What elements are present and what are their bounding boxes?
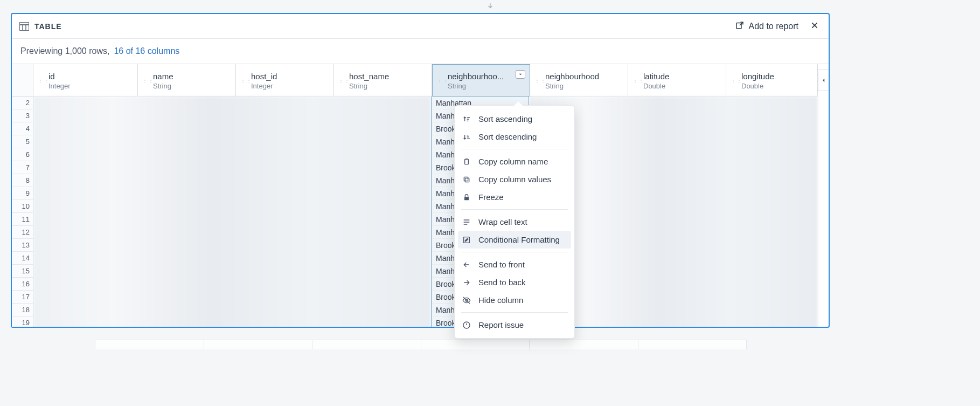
drag-handle-icon[interactable]: ⋮⋮ [731, 79, 742, 81]
row-number[interactable]: 6 [12, 148, 33, 161]
row-number[interactable]: 5 [12, 135, 33, 148]
row-number-header [12, 64, 33, 97]
row-number[interactable]: 19 [12, 316, 33, 327]
drag-handle-icon[interactable]: ⋮⋮ [142, 79, 154, 81]
column-header-id[interactable]: ⋮⋮idInteger [33, 64, 138, 97]
row-number[interactable]: 15 [12, 265, 33, 278]
drag-handle-icon[interactable]: ⋮⋮ [534, 79, 546, 81]
column-header-neighbourhood[interactable]: ⋮⋮neighbourhoodString [530, 64, 628, 97]
row-number[interactable]: 12 [12, 226, 33, 239]
svg-rect-9 [464, 197, 469, 200]
preview-bar: Previewing 1,000 rows, 16 of 16 columns [12, 39, 829, 64]
arrow-left-icon [462, 260, 472, 269]
row-number[interactable]: 2 [12, 97, 33, 109]
eye-off-icon [462, 296, 472, 305]
column-type: String [448, 82, 525, 90]
collapse-arrow-down-icon[interactable] [486, 2, 494, 11]
lock-icon [462, 193, 472, 202]
close-button[interactable] [808, 20, 821, 32]
copy-icon [462, 175, 472, 184]
menu-copy-column-name[interactable]: Copy column name [455, 153, 574, 170]
menu-separator [461, 149, 568, 149]
menu-label: Sort descending [478, 132, 537, 141]
column-header-latitude[interactable]: ⋮⋮latitudeDouble [628, 64, 726, 97]
drag-handle-icon[interactable]: ⋮⋮ [437, 79, 449, 82]
column-context-menu: Sort ascending Sort descending Copy colu… [454, 105, 575, 339]
menu-send-to-front[interactable]: Send to front [455, 256, 574, 273]
row-number[interactable]: 4 [12, 122, 33, 135]
table-grid: ⋮⋮idInteger⋮⋮nameString⋮⋮host_idInteger⋮… [12, 64, 829, 327]
column-type: Integer [251, 82, 329, 90]
menu-report-issue[interactable]: Report issue [455, 316, 574, 334]
menu-label: Copy column values [478, 175, 551, 184]
menu-send-to-back[interactable]: Send to back [455, 273, 574, 291]
menu-separator [461, 312, 568, 313]
menu-label: Copy column name [478, 157, 548, 166]
menu-label: Freeze [478, 192, 504, 202]
column-header-host_id[interactable]: ⋮⋮host_idInteger [236, 64, 334, 97]
svg-rect-5 [465, 159, 469, 164]
column-type: Integer [48, 82, 133, 90]
svg-rect-7 [465, 178, 469, 182]
row-number[interactable]: 16 [12, 278, 33, 291]
column-name: neighbourhoo... [448, 72, 525, 81]
row-number[interactable]: 3 [12, 109, 33, 122]
row-number[interactable]: 13 [12, 239, 33, 252]
add-to-report-label: Add to report [749, 22, 799, 31]
table-icon [19, 22, 29, 31]
menu-label: Hide column [478, 295, 523, 305]
sort-asc-icon [462, 115, 472, 123]
menu-label: Send to back [478, 278, 526, 287]
column-header-host_name[interactable]: ⋮⋮host_nameString [334, 64, 432, 97]
column-header-longitude[interactable]: ⋮⋮longitudeDouble [726, 64, 818, 97]
column-menu-chevron[interactable] [516, 70, 525, 79]
menu-sort-descending[interactable]: Sort descending [455, 128, 574, 146]
add-to-report-icon [735, 20, 745, 32]
row-number[interactable]: 11 [12, 213, 33, 226]
expand-columns-tab[interactable] [818, 70, 829, 91]
row-number[interactable]: 9 [12, 187, 33, 200]
table-panel: TABLE Add to report Previewing 1,000 row… [11, 13, 830, 328]
wrap-text-icon [462, 218, 472, 226]
drag-handle-icon[interactable]: ⋮⋮ [633, 79, 644, 81]
preview-columns-link[interactable]: 16 of 16 columns [114, 46, 179, 56]
drag-handle-icon[interactable]: ⋮⋮ [338, 79, 350, 81]
menu-sort-ascending[interactable]: Sort ascending [455, 110, 574, 128]
menu-label: Sort ascending [478, 114, 532, 123]
menu-conditional-formatting[interactable]: Conditional Formatting [458, 231, 571, 249]
menu-hide-column[interactable]: Hide column [455, 291, 574, 309]
drag-handle-icon[interactable]: ⋮⋮ [240, 79, 252, 81]
column-header-name[interactable]: ⋮⋮nameString [138, 64, 236, 97]
panel-title: TABLE [34, 22, 62, 31]
row-number[interactable]: 17 [12, 291, 33, 304]
row-number[interactable]: 18 [12, 304, 33, 316]
clipboard-icon [462, 157, 472, 166]
row-number[interactable]: 8 [12, 174, 33, 187]
menu-freeze[interactable]: Freeze [455, 188, 574, 206]
svg-rect-4 [736, 23, 741, 29]
column-name: host_name [349, 72, 427, 81]
column-name: neighbourhood [545, 72, 623, 81]
rows-area: 2345678910111213141516171819 [12, 97, 829, 327]
column-name: latitude [643, 72, 721, 81]
svg-rect-6 [465, 159, 468, 160]
column-name: host_id [251, 72, 329, 81]
column-name: id [48, 72, 133, 81]
sort-desc-icon [462, 133, 472, 141]
column-headers-row: ⋮⋮idInteger⋮⋮nameString⋮⋮host_idInteger⋮… [12, 64, 829, 97]
add-to-report-button[interactable]: Add to report [735, 20, 799, 32]
drag-handle-icon[interactable]: ⋮⋮ [38, 79, 50, 81]
column-name: longitude [741, 72, 813, 81]
menu-wrap-cell-text[interactable]: Wrap cell text [455, 213, 574, 231]
svg-rect-8 [464, 177, 468, 181]
row-number[interactable]: 7 [12, 161, 33, 174]
menu-copy-column-values[interactable]: Copy column values [455, 170, 574, 188]
preview-rows-text: Previewing 1,000 rows, [20, 46, 109, 56]
bottom-toolbar-strip [95, 340, 747, 349]
row-number[interactable]: 10 [12, 200, 33, 213]
menu-label: Send to front [478, 260, 525, 269]
column-header-neighbourhoo[interactable]: ⋮⋮neighbourhoo...String [432, 64, 530, 97]
panel-header: TABLE Add to report [12, 14, 829, 39]
row-number-column: 2345678910111213141516171819 [12, 97, 33, 327]
row-number[interactable]: 14 [12, 252, 33, 265]
